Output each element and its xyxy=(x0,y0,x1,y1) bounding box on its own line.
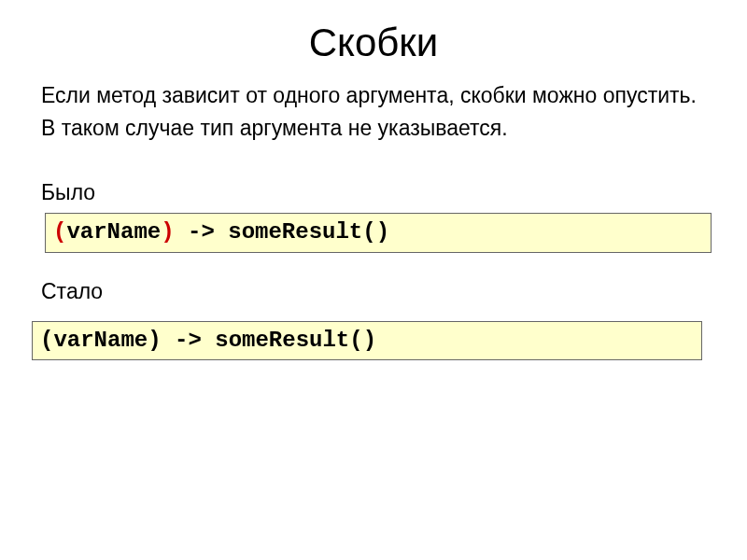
code-after: (varName) -> someResult() xyxy=(32,321,702,361)
code-rest: -> someResult() xyxy=(175,219,389,245)
slide-body: Если метод зависит от одного аргумента, … xyxy=(0,82,747,360)
after-label: Стало xyxy=(41,279,706,304)
paragraph-2: В таком случае тип аргумента не указывае… xyxy=(41,115,706,142)
paragraph-1: Если метод зависит от одного аргумента, … xyxy=(41,82,706,109)
code-var: varName xyxy=(66,219,161,245)
paren-open: ( xyxy=(53,219,66,245)
code-before: (varName) -> someResult() xyxy=(45,213,712,253)
slide: Скобки Если метод зависит от одного аргу… xyxy=(0,0,747,560)
paren-close: ) xyxy=(161,219,174,245)
spacer xyxy=(41,312,706,321)
slide-title: Скобки xyxy=(0,0,747,82)
before-label: Было xyxy=(41,180,706,205)
spacer xyxy=(41,148,706,180)
spacer xyxy=(41,253,706,279)
